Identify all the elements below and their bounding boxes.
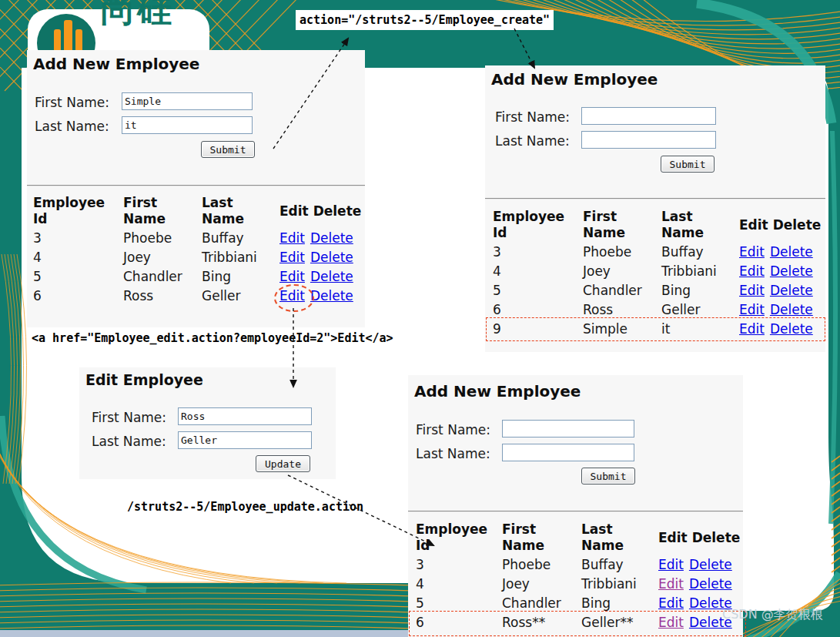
delete-link[interactable]: Delete bbox=[310, 250, 353, 265]
last-name-input[interactable] bbox=[502, 444, 634, 461]
delete-link[interactable]: Delete bbox=[310, 269, 353, 284]
edit-link[interactable]: Edit bbox=[739, 283, 765, 298]
slide: 尚硅谷 Add New Employee First Name: Last Na… bbox=[0, 0, 840, 637]
column-header: Edit Delete bbox=[658, 520, 743, 555]
annotation-update-action: /struts2--5/Employee_update.action bbox=[123, 497, 367, 517]
updated-row-highlight bbox=[409, 611, 746, 636]
row-actions: EditDelete bbox=[279, 248, 365, 267]
panel-create-after: Add New Employee First Name: Last Name: … bbox=[485, 65, 825, 352]
edit-link[interactable]: Edit bbox=[279, 230, 305, 246]
id-cell: 3 bbox=[493, 243, 583, 262]
last-name-label: Last Name: bbox=[35, 119, 109, 134]
delete-link[interactable]: Delete bbox=[310, 288, 353, 303]
column-header: FirstName bbox=[583, 207, 661, 243]
first-name-input[interactable] bbox=[502, 420, 634, 438]
page-title: Add New Employee bbox=[414, 382, 581, 401]
divider bbox=[485, 198, 825, 199]
submit-button[interactable]: Submit bbox=[201, 141, 255, 158]
delete-link[interactable]: Delete bbox=[689, 576, 732, 592]
delete-link[interactable]: Delete bbox=[770, 302, 813, 317]
last-cell: Geller bbox=[202, 287, 279, 306]
last-cell: Tribbiani bbox=[202, 248, 279, 267]
edit-link[interactable]: Edit bbox=[279, 269, 305, 284]
delete-link[interactable]: Delete bbox=[310, 230, 353, 246]
column-header: Edit Delete bbox=[739, 207, 825, 243]
column-header: EmployeeId bbox=[416, 520, 502, 555]
id-cell: 3 bbox=[416, 555, 502, 575]
id-cell: 5 bbox=[33, 267, 123, 287]
last-name-input[interactable] bbox=[122, 116, 253, 134]
first-cell: Joey bbox=[123, 248, 202, 267]
delete-link[interactable]: Delete bbox=[689, 557, 732, 572]
divider bbox=[27, 185, 365, 186]
submit-button[interactable]: Submit bbox=[581, 468, 635, 484]
column-header: LastName bbox=[661, 207, 739, 243]
first-cell: Chandler bbox=[583, 281, 661, 300]
delete-link[interactable]: Delete bbox=[770, 244, 813, 260]
edit-link-highlight-circle bbox=[274, 284, 314, 312]
column-header: FirstName bbox=[123, 193, 202, 229]
page-title: Add New Employee bbox=[33, 55, 199, 73]
edit-link[interactable]: Edit bbox=[739, 244, 765, 260]
row-actions: EditDelete bbox=[279, 229, 365, 248]
column-header: Edit Delete bbox=[279, 193, 365, 229]
panel-create-before: Add New Employee First Name: Last Name: … bbox=[27, 50, 365, 327]
row-actions: EditDelete bbox=[739, 281, 825, 300]
id-cell: 5 bbox=[493, 281, 583, 300]
column-header: LastName bbox=[581, 520, 658, 555]
employee-table: EmployeeIdFirstNameLastNameEdit Delete3P… bbox=[33, 193, 365, 306]
column-header: EmployeeId bbox=[493, 207, 583, 243]
divider bbox=[408, 511, 743, 512]
last-name-label: Last Name: bbox=[416, 446, 490, 461]
first-name-input[interactable] bbox=[178, 407, 312, 425]
id-cell: 4 bbox=[416, 575, 502, 594]
column-header: FirstName bbox=[502, 520, 581, 555]
edit-link[interactable]: Edit bbox=[658, 576, 684, 592]
id-cell: 3 bbox=[33, 229, 123, 248]
column-header: EmployeeId bbox=[33, 193, 123, 229]
first-name-label: First Name: bbox=[35, 95, 109, 110]
first-cell: Ross bbox=[123, 287, 202, 306]
watermark: CSDN @李贺根根 bbox=[722, 607, 823, 623]
id-cell: 4 bbox=[33, 248, 123, 267]
row-actions: EditDelete bbox=[658, 575, 743, 594]
edit-link[interactable]: Edit bbox=[739, 302, 765, 317]
first-name-label: First Name: bbox=[416, 422, 490, 438]
delete-link[interactable]: Delete bbox=[770, 263, 813, 279]
last-cell: Bing bbox=[661, 281, 739, 300]
annotation-edit-link-code: <a href="Employee_edit.action?employeeId… bbox=[28, 328, 397, 348]
update-button[interactable]: Update bbox=[256, 455, 310, 472]
first-cell: Joey bbox=[583, 262, 661, 281]
first-cell: Chandler bbox=[123, 267, 202, 287]
first-cell: Joey bbox=[502, 575, 581, 594]
delete-link[interactable]: Delete bbox=[770, 283, 813, 298]
last-name-input[interactable] bbox=[178, 431, 312, 449]
first-name-label: First Name: bbox=[92, 410, 166, 425]
edit-link[interactable]: Edit bbox=[279, 250, 305, 265]
last-name-input[interactable] bbox=[581, 131, 716, 149]
column-header: LastName bbox=[202, 193, 279, 229]
first-cell: Phoebe bbox=[123, 229, 202, 248]
edit-link[interactable]: Edit bbox=[658, 595, 684, 611]
last-cell: Buffay bbox=[661, 243, 739, 262]
first-cell: Phoebe bbox=[583, 243, 661, 262]
last-cell: Buffay bbox=[202, 229, 279, 248]
last-cell: Buffay bbox=[581, 555, 658, 575]
last-cell: Bing bbox=[202, 267, 279, 287]
id-cell: 4 bbox=[493, 262, 583, 281]
new-row-highlight bbox=[486, 317, 825, 341]
edit-link[interactable]: Edit bbox=[739, 263, 765, 279]
edit-link[interactable]: Edit bbox=[658, 557, 684, 572]
panel-update-after: Add New Employee First Name: Last Name: … bbox=[408, 375, 743, 637]
submit-button[interactable]: Submit bbox=[661, 156, 715, 173]
row-actions: EditDelete bbox=[739, 243, 825, 262]
last-name-label: Last Name: bbox=[495, 133, 570, 149]
last-cell: Tribbiani bbox=[581, 575, 658, 594]
first-name-input[interactable] bbox=[122, 92, 253, 110]
last-name-label: Last Name: bbox=[92, 434, 166, 449]
row-actions: EditDelete bbox=[739, 262, 825, 281]
first-cell: Phoebe bbox=[502, 555, 581, 575]
last-cell: Tribbiani bbox=[661, 262, 739, 281]
page-title: Add New Employee bbox=[491, 70, 658, 89]
first-name-input[interactable] bbox=[581, 107, 716, 125]
